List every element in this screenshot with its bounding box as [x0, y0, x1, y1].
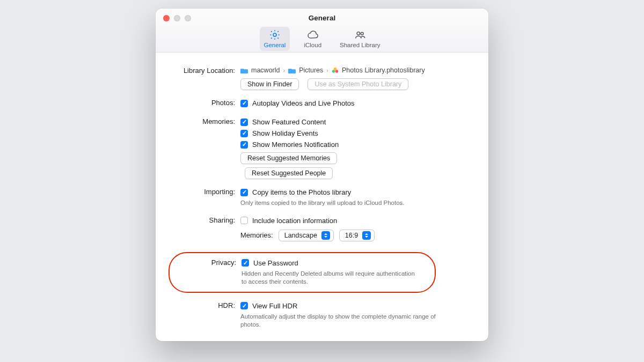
importing-label: Importing:	[172, 187, 240, 196]
svg-point-4	[332, 70, 335, 73]
svg-point-1	[357, 32, 360, 35]
folder-icon	[240, 68, 248, 73]
library-path-breadcrumb[interactable]: macworld › Pictures › Photos Lib	[240, 65, 472, 75]
featured-label: Show Featured Content	[252, 118, 326, 126]
minimize-window-icon[interactable]	[174, 15, 180, 21]
titlebar: General General iCloud	[156, 9, 488, 53]
checkbox-on-icon	[240, 141, 248, 149]
memories-notification-checkbox[interactable]: Show Memories Notification	[240, 139, 472, 150]
photos-label: Photos:	[172, 98, 240, 107]
hdr-hint: Automatically adjust the display to show…	[240, 313, 439, 329]
use-password-label: Use Password	[253, 259, 298, 267]
sharing-label: Sharing:	[172, 215, 240, 224]
privacy-highlight-frame: Privacy: Use Password Hidden and Recentl…	[169, 252, 436, 293]
checkbox-on-icon	[240, 119, 248, 126]
chevron-right-icon: ›	[283, 67, 286, 73]
importing-hint: Only items copied to the library will up…	[240, 199, 439, 208]
aspect-select[interactable]: 16:9	[339, 230, 375, 241]
orientation-value: Landscape	[284, 232, 317, 239]
autoplay-checkbox-row[interactable]: Autoplay Videos and Live Photos	[240, 98, 472, 109]
privacy-label: Privacy:	[173, 257, 241, 267]
featured-content-checkbox[interactable]: Show Featured Content	[240, 116, 472, 128]
autoplay-label: Autoplay Videos and Live Photos	[252, 99, 355, 107]
tab-general-label: General	[264, 42, 286, 48]
sharing-memories-label: Memories:	[240, 231, 273, 239]
include-location-checkbox[interactable]: Include location information	[240, 215, 472, 226]
reset-suggested-people-button[interactable]: Reset Suggested People	[245, 167, 333, 179]
toolbar-tabs: General iCloud Shared Library	[156, 24, 488, 51]
reset-suggested-memories-button[interactable]: Reset Suggested Memories	[240, 152, 337, 164]
updown-arrows-icon	[321, 231, 330, 240]
svg-point-2	[361, 32, 363, 35]
svg-point-5	[335, 70, 339, 73]
hdr-label: HDR:	[172, 300, 240, 309]
checkbox-on-icon	[241, 259, 249, 267]
people-icon	[354, 29, 366, 41]
chevron-right-icon: ›	[326, 67, 328, 73]
aspect-value: 16:9	[345, 232, 358, 239]
preferences-window: General General iCloud	[156, 9, 488, 341]
traffic-lights	[163, 15, 191, 21]
holiday-events-checkbox[interactable]: Show Holiday Events	[240, 128, 472, 139]
library-location-label: Library Location:	[172, 65, 240, 75]
copy-label: Copy items to the Photos library	[252, 188, 351, 196]
view-full-hdr-checkbox[interactable]: View Full HDR	[240, 300, 472, 312]
notify-label: Show Memories Notification	[252, 141, 339, 149]
use-password-checkbox[interactable]: Use Password	[241, 257, 421, 269]
memories-label: Memories:	[172, 116, 240, 125]
hdr-view-label: View Full HDR	[252, 302, 297, 310]
tab-icloud[interactable]: iCloud	[299, 27, 326, 51]
checkbox-on-icon	[240, 130, 248, 137]
show-in-finder-button[interactable]: Show in Finder	[240, 78, 299, 90]
svg-point-0	[273, 33, 276, 36]
checkbox-on-icon	[240, 189, 248, 196]
checkbox-on-icon	[240, 302, 248, 309]
window-title: General	[156, 14, 488, 22]
checkbox-on-icon	[240, 100, 248, 107]
privacy-hint: Hidden and Recently Deleted albums will …	[241, 270, 421, 286]
tab-shared-label: Shared Library	[340, 42, 380, 48]
close-window-icon[interactable]	[163, 15, 170, 21]
tab-icloud-label: iCloud	[304, 42, 321, 48]
crumb-0: macworld	[251, 67, 280, 74]
checkbox-off-icon	[240, 217, 248, 224]
library-buttons: Show in Finder Use as System Photo Libra…	[240, 78, 472, 90]
zoom-window-icon[interactable]	[185, 15, 191, 21]
copy-items-checkbox[interactable]: Copy items to the Photos library	[240, 187, 472, 198]
use-as-system-library-button: Use as System Photo Library	[308, 78, 408, 90]
tab-general[interactable]: General	[260, 27, 290, 51]
folder-icon	[288, 68, 296, 73]
holiday-label: Show Holiday Events	[252, 129, 318, 137]
orientation-select[interactable]: Landscape	[279, 230, 334, 241]
cloud-icon	[307, 29, 319, 41]
general-pane: Library Location: macworld › Pictures ›	[156, 53, 488, 341]
crumb-2: Photos Library.photoslibrary	[342, 67, 425, 74]
updown-arrows-icon	[362, 231, 371, 240]
tab-shared-library[interactable]: Shared Library	[335, 27, 384, 51]
crumb-1: Pictures	[299, 67, 323, 74]
photos-library-icon	[332, 67, 339, 74]
location-label: Include location information	[252, 217, 337, 225]
gear-icon	[269, 29, 281, 41]
